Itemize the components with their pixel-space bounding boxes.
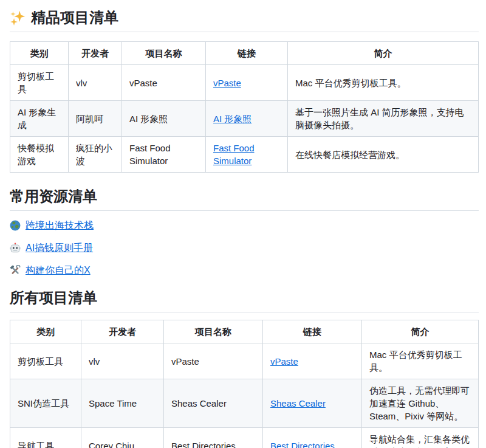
cell-developer: vlv — [69, 65, 122, 101]
cell-description: Mac 平台优秀剪切板工具。 — [362, 343, 479, 379]
list-item: 跨境出海技术栈 — [10, 218, 479, 233]
cell-description: Mac 平台优秀剪切板工具。 — [288, 65, 479, 101]
list-item: AI搞钱原则手册 — [10, 241, 479, 255]
cell-description: 伪造工具，无需代理即可加速直连 Github、Steam、Pixiv 等网站。 — [362, 379, 479, 428]
cell-category: 剪切板工具 — [10, 65, 69, 101]
table-row: AI 形象生成 阿凯呵 AI 形象照 AI 形象照 基于一张照片生成 AI 简历… — [10, 101, 479, 137]
globe-icon — [10, 220, 21, 231]
col-header-link: 链接 — [206, 42, 288, 65]
cell-project-name: Sheas Cealer — [164, 379, 263, 428]
cell-developer: Corey Chiu — [81, 428, 164, 448]
project-link[interactable]: vPaste — [270, 356, 298, 367]
col-header-project-name: 项目名称 — [122, 42, 206, 65]
document-page: 精品项目清单 类别 开发者 项目名称 链接 简介 剪切板工具 vlv vPast… — [0, 0, 486, 448]
featured-section-title-text: 精品项目清单 — [31, 9, 118, 27]
cell-project-name: Best Directories — [164, 428, 263, 448]
cell-project-name: vPaste — [164, 343, 263, 379]
col-header-description: 简介 — [288, 42, 479, 65]
col-header-description: 简介 — [362, 320, 479, 343]
all-projects-section-title-text: 所有项目清单 — [10, 289, 97, 307]
table-row: 导航工具 Corey Chiu Best Directories Best Di… — [10, 428, 479, 448]
cell-developer: 疯狂的小波 — [69, 137, 122, 173]
cell-link: AI 形象照 — [206, 101, 288, 137]
cell-link: vPaste — [263, 343, 362, 379]
resources-section-title: 常用资源清单 — [10, 187, 479, 211]
cell-project-name: Fast Food Simulator — [122, 137, 206, 173]
col-header-developer: 开发者 — [81, 320, 164, 343]
col-header-category: 类别 — [10, 320, 81, 343]
resource-list: 跨境出海技术栈 AI搞钱原则手册 — [10, 218, 479, 278]
featured-section-title: 精品项目清单 — [10, 9, 479, 32]
col-header-category: 类别 — [10, 42, 69, 65]
cell-developer: vlv — [81, 343, 164, 379]
cell-project-name: AI 形象照 — [122, 101, 206, 137]
table-header-row: 类别 开发者 项目名称 链接 简介 — [10, 320, 479, 343]
col-header-developer: 开发者 — [69, 42, 122, 65]
cell-link: Best Directories — [263, 428, 362, 448]
col-header-link: 链接 — [263, 320, 362, 343]
cell-category: 剪切板工具 — [10, 343, 81, 379]
table-row: 快餐模拟游戏 疯狂的小波 Fast Food Simulator Fast Fo… — [10, 137, 479, 173]
sparkles-icon — [10, 10, 26, 26]
cell-link: Fast Food Simulator — [206, 137, 288, 173]
table-header-row: 类别 开发者 项目名称 链接 简介 — [10, 42, 479, 65]
resource-link[interactable]: AI搞钱原则手册 — [26, 241, 93, 255]
list-item: 构建你自己的X — [10, 263, 479, 278]
robot-icon — [10, 243, 21, 253]
cell-description: 基于一张照片生成 AI 简历形象照，支持电脑摄像头拍摄。 — [288, 101, 479, 137]
cell-link: vPaste — [206, 65, 288, 101]
cell-project-name: vPaste — [122, 65, 206, 101]
resources-section-title-text: 常用资源清单 — [10, 187, 97, 205]
cell-developer: 阿凯呵 — [69, 101, 122, 137]
table-row: 剪切板工具 vlv vPaste vPaste Mac 平台优秀剪切板工具。 — [10, 343, 479, 379]
all-projects-section-title: 所有项目清单 — [10, 289, 479, 312]
project-link[interactable]: Best Directories — [270, 441, 335, 448]
project-link[interactable]: vPaste — [213, 78, 241, 88]
cell-link: Sheas Cealer — [263, 379, 362, 428]
project-link[interactable]: Fast Food Simulator — [213, 143, 255, 166]
cell-description: 导航站合集，汇集各类优质导航站，方便用户发现 — [362, 428, 479, 448]
cell-developer: Space Time — [81, 379, 164, 428]
cell-category: SNI伪造工具 — [10, 379, 81, 428]
project-link[interactable]: Sheas Cealer — [270, 398, 326, 408]
all-projects-table: 类别 开发者 项目名称 链接 简介 剪切板工具 vlv vPaste vPast… — [10, 320, 479, 448]
project-link[interactable]: AI 形象照 — [213, 114, 252, 124]
cell-category: 导航工具 — [10, 428, 81, 448]
cell-category: 快餐模拟游戏 — [10, 137, 69, 173]
resource-link[interactable]: 跨境出海技术栈 — [26, 218, 94, 233]
cell-category: AI 形象生成 — [10, 101, 69, 137]
featured-projects-table: 类别 开发者 项目名称 链接 简介 剪切板工具 vlv vPaste vPast… — [10, 41, 479, 173]
col-header-project-name: 项目名称 — [164, 320, 263, 343]
cell-description: 在线快餐店模拟经营游戏。 — [288, 137, 479, 173]
hammer-wrench-icon — [10, 265, 21, 276]
table-row: SNI伪造工具 Space Time Sheas Cealer Sheas Ce… — [10, 379, 479, 428]
resource-link[interactable]: 构建你自己的X — [26, 263, 91, 278]
table-row: 剪切板工具 vlv vPaste vPaste Mac 平台优秀剪切板工具。 — [10, 65, 479, 101]
